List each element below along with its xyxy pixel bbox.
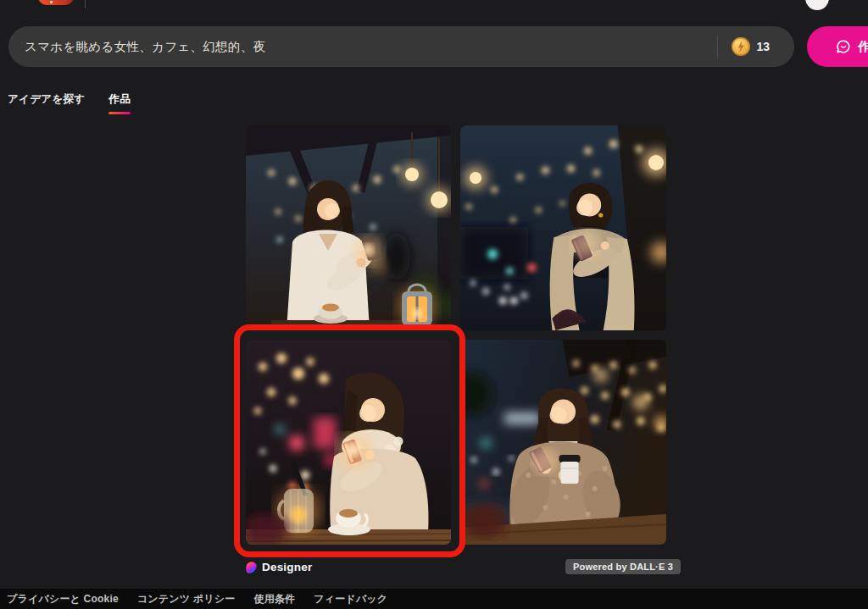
create-button[interactable]: 作成	[807, 26, 868, 67]
designer-logo-icon	[245, 560, 258, 574]
boost-count: 13	[756, 40, 770, 53]
footer: プライバシーと Cookie コンテンツ ポリシー 使用条件 フィードバック	[0, 589, 868, 609]
designer-label: Designer	[262, 561, 312, 573]
tab-bar: アイデアを探す 作品	[8, 92, 131, 114]
app-window: 13 作成 アイデアを探す 作品	[0, 0, 868, 609]
boost-counter[interactable]: 13	[732, 37, 794, 56]
generated-image-4-art	[460, 340, 666, 545]
tab-explore-ideas[interactable]: アイデアを探す	[8, 92, 85, 114]
chat-bubble-icon	[835, 38, 852, 55]
generated-image-3-art	[246, 340, 451, 545]
prompt-input[interactable]	[8, 26, 717, 67]
footer-link-content-policy[interactable]: コンテンツ ポリシー	[137, 592, 236, 606]
tab-explore-label: アイデアを探す	[8, 93, 85, 105]
prompt-bar-divider	[717, 36, 718, 58]
user-avatar[interactable]	[805, 0, 829, 10]
prompt-bar: 13	[8, 26, 794, 67]
generated-image-3-selected[interactable]	[246, 340, 451, 545]
generated-image-2[interactable]	[460, 125, 666, 330]
boost-coin-icon	[732, 37, 750, 56]
footer-link-privacy[interactable]: プライバシーと Cookie	[7, 592, 119, 606]
create-button-label: 作成	[858, 39, 868, 55]
app-logo-icon[interactable]	[37, 0, 75, 5]
footer-link-terms[interactable]: 使用条件	[253, 592, 295, 606]
logo-sparkle-icon	[50, 1, 53, 3]
tab-works[interactable]: 作品	[108, 92, 131, 114]
footer-link-feedback[interactable]: フィードバック	[314, 592, 387, 606]
generated-image-1[interactable]	[246, 125, 451, 330]
generated-image-2-art	[460, 125, 666, 330]
tab-works-label: 作品	[108, 93, 131, 105]
header-divider	[85, 0, 86, 8]
designer-watermark: Designer	[245, 560, 312, 574]
generated-image-4[interactable]	[460, 340, 666, 545]
generated-image-1-art	[246, 125, 451, 330]
active-tab-underline	[108, 112, 131, 115]
powered-by-dalle-badge: Powered by DALL·E 3	[565, 559, 681, 574]
